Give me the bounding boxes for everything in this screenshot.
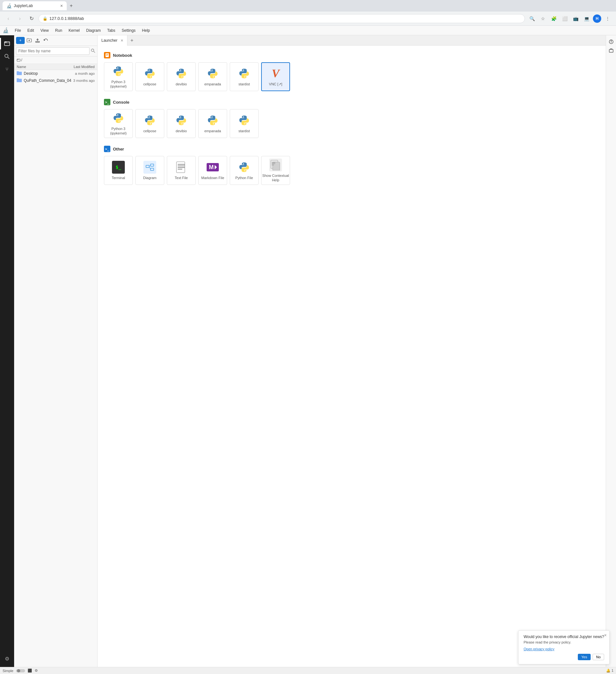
browser-tab[interactable]: 🔬 JupyterLab × <box>3 1 67 10</box>
status-notifications[interactable]: 🔔 1 <box>606 669 613 673</box>
address-bar[interactable]: 🔒 127.0.0.1:8888/lab <box>38 14 525 23</box>
menu-item-run[interactable]: Run <box>52 28 65 33</box>
kernel-card-empanada[interactable]: empanada <box>198 62 227 91</box>
folder-icon <box>17 78 22 83</box>
launcher-tab-label: Launcher <box>101 38 117 43</box>
other-item-contextualhelp[interactable]: Show ContextualHelp <box>261 156 290 185</box>
filter-input[interactable] <box>16 47 90 55</box>
kernel-card-devibio[interactable]: devibio <box>167 62 196 91</box>
kernel-card-python3[interactable]: Python 3(ipykernel) <box>104 62 133 91</box>
lock-icon: 🔒 <box>43 16 47 21</box>
tab-close-icon[interactable]: × <box>60 3 63 8</box>
toast-close-button[interactable]: × <box>604 633 607 638</box>
other-label-diagram: Diagram <box>143 176 156 180</box>
status-mode[interactable]: Simple <box>3 669 13 673</box>
file-name: QuPath_Common_Data_04 <box>24 78 71 83</box>
other-item-markdown[interactable]: M Markdown File <box>198 156 227 185</box>
notebook-section-icon <box>104 52 110 59</box>
kernel-card-cellpose[interactable]: cellpose <box>135 62 164 91</box>
extensions-button[interactable]: 🧩 <box>549 14 558 23</box>
status-icon-2[interactable]: ⚙ <box>35 669 38 673</box>
other-label-terminal: Terminal <box>112 176 125 180</box>
menu-button[interactable]: ⋮ <box>603 14 612 23</box>
kernel-label-python3: Python 3(ipykernel) <box>110 80 126 89</box>
col-name-header[interactable]: Name <box>17 65 59 69</box>
menu-item-kernel[interactable]: Kernel <box>66 28 83 33</box>
svg-rect-2 <box>4 43 10 43</box>
address-url: 127.0.0.1:8888/lab <box>49 16 521 21</box>
new-tab-button[interactable]: + <box>127 36 136 45</box>
launcher-tab-close-icon[interactable]: × <box>121 38 123 43</box>
right-sidebar-icon-1[interactable] <box>607 38 615 45</box>
menu-item-view[interactable]: View <box>38 28 51 33</box>
tab-bar: Launcher × + <box>98 35 606 45</box>
folder-icon <box>17 71 22 76</box>
other-item-textfile[interactable]: Text File <box>167 156 196 185</box>
file-list-header: Name Last Modified <box>14 64 97 70</box>
other-item-terminal[interactable]: $_ Terminal <box>104 156 133 185</box>
other-item-diagram[interactable]: Diagram <box>135 156 164 185</box>
new-tab-button[interactable]: + <box>67 1 76 10</box>
right-sidebar-icon-2[interactable] <box>607 47 615 54</box>
other-section-icon: >_ <box>104 146 110 152</box>
menu-item-help[interactable]: Help <box>140 28 153 33</box>
svg-rect-21 <box>176 162 185 173</box>
app-logo: 🔬 <box>3 27 9 33</box>
breadcrumb: / <box>14 57 97 64</box>
launcher-tab[interactable]: Launcher × <box>98 35 127 45</box>
status-icon-1[interactable]: ⬛ <box>28 669 32 673</box>
svg-line-20 <box>149 166 150 169</box>
main-content: Launcher × + Notebook <box>98 35 606 667</box>
cast-button[interactable]: 📺 <box>571 14 580 23</box>
menu-item-file[interactable]: File <box>12 28 23 33</box>
kernel-label-stardist: stardist <box>238 82 250 86</box>
svg-rect-12 <box>106 53 109 57</box>
reload-button[interactable]: ↻ <box>27 14 36 23</box>
svg-rect-18 <box>150 168 154 171</box>
activity-git[interactable]: ⑂ <box>1 64 13 75</box>
kernel-card-stardist[interactable]: stardist <box>230 62 259 91</box>
device-button[interactable]: 💻 <box>582 14 591 23</box>
search-button[interactable]: 🔍 <box>527 14 536 23</box>
other-items: $_ Terminal <box>104 156 599 185</box>
file-list: Desktop a month ago QuPath_Common_Data_0… <box>14 70 97 667</box>
profile-button[interactable]: H <box>593 14 601 23</box>
toast-no-button[interactable]: No <box>593 654 604 660</box>
back-button[interactable]: ‹ <box>4 14 13 23</box>
kernel-card-vnc[interactable]: V VNC [↗] <box>261 62 290 91</box>
refresh-button[interactable] <box>42 36 50 44</box>
bookmark-button[interactable]: ☆ <box>538 14 547 23</box>
other-item-pythonfile[interactable]: Python File <box>230 156 259 185</box>
console-kernel-cellpose[interactable]: cellpose <box>135 109 164 138</box>
activity-search[interactable] <box>1 51 13 62</box>
console-kernel-devibio[interactable]: devibio <box>167 109 196 138</box>
console-kernel-python3[interactable]: Python 3(ipykernel) <box>104 109 133 138</box>
svg-rect-7 <box>36 41 39 42</box>
share-button[interactable]: ⬜ <box>560 14 569 23</box>
svg-point-39 <box>17 669 20 672</box>
col-modified-header[interactable]: Last Modified <box>59 65 95 69</box>
file-toolbar: + <box>14 35 97 46</box>
menu-item-tabs[interactable]: Tabs <box>105 28 118 33</box>
kernel-label-devibio: devibio <box>176 82 187 86</box>
console-section-label: Console <box>113 100 129 105</box>
activity-settings[interactable]: ⚙ <box>1 653 13 664</box>
console-kernel-stardist[interactable]: stardist <box>230 109 259 138</box>
file-modified: 3 months ago <box>73 79 95 83</box>
toast-yes-button[interactable]: Yes <box>578 654 591 660</box>
console-kernel-empanada[interactable]: empanada <box>198 109 227 138</box>
menubar: 🔬 File Edit View Run Kernel Diagram Tabs… <box>0 26 616 35</box>
menu-item-settings[interactable]: Settings <box>119 28 138 33</box>
activity-filebrowser[interactable] <box>1 38 13 49</box>
toast-privacy-link[interactable]: Open privacy policy <box>524 647 555 651</box>
new-launcher-button[interactable]: + <box>16 37 25 44</box>
file-item-desktop[interactable]: Desktop a month ago <box>14 70 97 77</box>
menu-item-diagram[interactable]: Diagram <box>84 28 103 33</box>
status-toggle[interactable] <box>16 669 25 673</box>
svg-line-4 <box>8 57 9 59</box>
new-folder-button[interactable] <box>25 36 33 44</box>
forward-button[interactable]: › <box>15 14 24 23</box>
menu-item-edit[interactable]: Edit <box>25 28 36 33</box>
file-item-qupath[interactable]: QuPath_Common_Data_04 3 months ago <box>14 77 97 84</box>
upload-button[interactable] <box>34 36 41 44</box>
